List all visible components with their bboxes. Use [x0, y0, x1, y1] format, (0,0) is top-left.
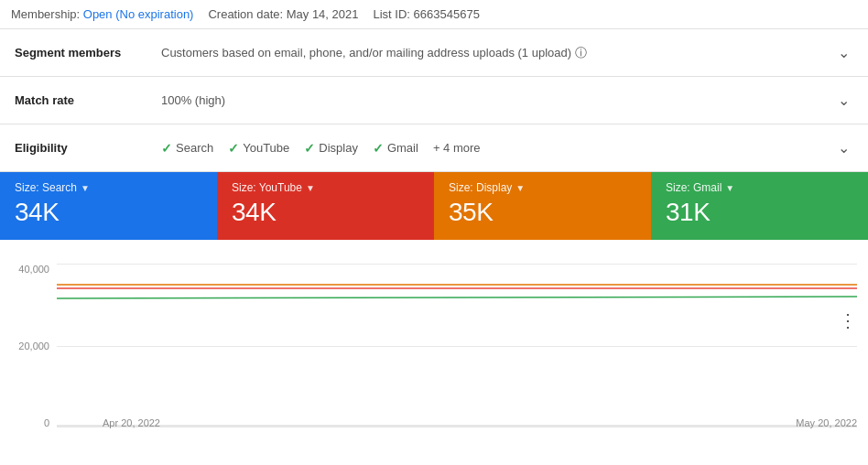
- top-bar: Membership: Open (No expiration) Creatio…: [0, 0, 868, 29]
- y-label-40k: 40,000: [11, 264, 49, 275]
- metric-search-dropdown[interactable]: ▼: [81, 183, 90, 193]
- check-search: ✓ Search: [161, 141, 213, 156]
- metric-card-search-header: Size: Search ▼: [15, 181, 202, 194]
- metric-display-dropdown[interactable]: ▼: [515, 183, 525, 193]
- check-label-gmail: Gmail: [387, 141, 418, 155]
- match-label: Match rate: [15, 93, 161, 107]
- metrics-wrapper: Size: Search ▼ 34K Size: YouTube ▼ 34K S…: [0, 172, 868, 465]
- check-icon-display: ✓: [304, 141, 315, 156]
- metric-display-label: Size: Display: [449, 181, 512, 194]
- metric-card-display-header: Size: Display ▼: [449, 181, 636, 194]
- match-row: Match rate 100% (high) ⌄: [0, 77, 868, 124]
- metric-card-search: Size: Search ▼ 34K: [0, 172, 217, 240]
- check-icon-gmail: ✓: [373, 141, 384, 156]
- check-icon-youtube: ✓: [228, 141, 239, 156]
- x-label-start: Apr 20, 2022: [103, 417, 160, 428]
- metric-youtube-dropdown[interactable]: ▼: [306, 183, 315, 193]
- eligibility-label: Eligibility: [15, 141, 161, 155]
- metric-search-label: Size: Search: [15, 181, 77, 194]
- more-label: + 4 more: [433, 141, 481, 155]
- eligibility-checks: ✓ Search ✓ YouTube ✓ Display ✓ Gmail + 4…: [161, 141, 834, 156]
- check-display: ✓ Display: [304, 141, 358, 156]
- check-youtube: ✓ YouTube: [228, 141, 289, 156]
- y-axis-labels: 40,000 20,000 0: [11, 264, 49, 447]
- metric-card-youtube-header: Size: YouTube ▼: [232, 181, 419, 194]
- segment-label: Segment members: [15, 46, 161, 59]
- segment-row: Segment members Customers based on email…: [0, 29, 868, 77]
- metric-cards: Size: Search ▼ 34K Size: YouTube ▼ 34K S…: [0, 172, 868, 240]
- metric-card-gmail-header: Size: Gmail ▼: [666, 181, 853, 194]
- check-label-youtube: YouTube: [243, 141, 289, 155]
- info-rows: Segment members Customers based on email…: [0, 29, 868, 172]
- metric-youtube-value: 34K: [232, 198, 419, 227]
- svg-line-2: [57, 297, 857, 298]
- membership-status: Open (No expiration): [83, 7, 194, 21]
- segment-chevron[interactable]: ⌄: [834, 40, 853, 65]
- chart-container: 40,000 20,000 0: [0, 240, 868, 465]
- y-label-0: 0: [11, 417, 49, 428]
- check-label-display: Display: [319, 141, 358, 155]
- eligibility-chevron[interactable]: ⌄: [834, 135, 853, 160]
- chart-svg: [57, 264, 857, 428]
- metric-gmail-value: 31K: [666, 198, 853, 227]
- metric-card-youtube: Size: YouTube ▼ 34K: [217, 172, 434, 240]
- check-icon-search: ✓: [161, 141, 172, 156]
- creation-date: Creation date: May 14, 2021: [208, 7, 358, 21]
- y-label-20k: 20,000: [11, 341, 49, 351]
- x-label-end: May 20, 2022: [796, 417, 857, 428]
- match-chevron[interactable]: ⌄: [834, 88, 853, 113]
- eligibility-row: Eligibility ✓ Search ✓ YouTube ✓ Display…: [0, 124, 868, 171]
- check-gmail: ✓ Gmail: [373, 141, 418, 156]
- chart-area: 40,000 20,000 0: [11, 264, 857, 447]
- x-axis-labels: Apr 20, 2022 May 20, 2022: [103, 417, 857, 428]
- metric-card-display: Size: Display ▼ 35K: [434, 172, 651, 240]
- membership-label: Membership: Open (No expiration): [11, 7, 193, 21]
- metric-card-gmail: Size: Gmail ▼ 31K: [651, 172, 868, 240]
- metric-youtube-label: Size: YouTube: [232, 181, 302, 194]
- eligibility-value: ✓ Search ✓ YouTube ✓ Display ✓ Gmail + 4…: [161, 141, 834, 156]
- metric-display-value: 35K: [449, 198, 636, 227]
- metric-search-value: 34K: [15, 198, 202, 227]
- segment-value: Customers based on email, phone, and/or …: [161, 45, 834, 61]
- metric-gmail-label: Size: Gmail: [666, 181, 722, 194]
- list-id: List ID: 6663545675: [374, 7, 480, 21]
- metric-gmail-dropdown[interactable]: ▼: [725, 183, 734, 193]
- chart-plot: Apr 20, 2022 May 20, 2022: [57, 264, 857, 428]
- match-value: 100% (high): [161, 93, 834, 107]
- check-label-search: Search: [176, 141, 213, 155]
